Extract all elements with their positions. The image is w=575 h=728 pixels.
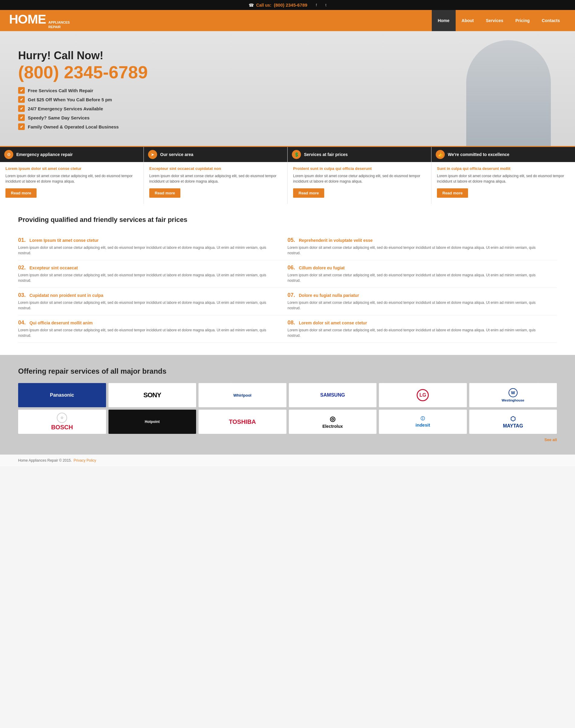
list-item: ✔ Free Services Call With Repair bbox=[18, 87, 148, 94]
brands-heading: Offering repair services of all major br… bbox=[18, 367, 557, 376]
read-more-button-3[interactable]: Read more bbox=[437, 188, 468, 198]
feature-body-0: Lorem ipsum dolor sit amet conse ctetur … bbox=[5, 173, 138, 184]
see-all-link[interactable]: See all bbox=[544, 438, 557, 442]
feature-subtitle-0: Lorem ipsum dolor sit amet conse ctetur bbox=[5, 166, 138, 171]
feature-strip: ⚙ Emergency appliance repair Lorem ipsum… bbox=[0, 146, 575, 204]
service-num-5: 05. bbox=[288, 237, 295, 243]
service-item-3: 03. Cupidatat non proident sunt in culpa… bbox=[18, 288, 288, 315]
list-item: ✔ Family Owned & Operated Local Business bbox=[18, 123, 148, 130]
brand-whirlpool: Whirlpool bbox=[199, 383, 286, 407]
service-item-8: 08. Lorem dolor sit amet conse ctetur Lo… bbox=[288, 315, 557, 343]
checklist-item-1: Free Services Call With Repair bbox=[28, 88, 93, 93]
top-phone-number: (800) 2345-6789 bbox=[274, 2, 307, 7]
see-all-area: See all bbox=[18, 437, 557, 442]
service-title-3: Cupidatat non proident sunt in culpa bbox=[29, 293, 103, 298]
feature-header-3: 👍 We're committed to excellence bbox=[432, 147, 575, 162]
brand-bosch: ⚙ BOSCH bbox=[18, 410, 106, 434]
checklist-item-3: 24/7 Emergency Services Available bbox=[28, 106, 103, 111]
checklist-item-4: Speedy? Same Day Services bbox=[28, 115, 90, 120]
brand-name-whirlpool: Whirlpool bbox=[233, 393, 251, 398]
brands-section: Offering repair services of all major br… bbox=[0, 355, 575, 454]
feature-icon-3: 👍 bbox=[436, 150, 445, 159]
service-desc-4: Lorem ipsum dolor sit amet conse ctetur … bbox=[18, 327, 276, 338]
nav-about[interactable]: About bbox=[455, 10, 480, 31]
main-nav: Home About Services Pricing Contacts bbox=[432, 10, 566, 31]
hero-section: Hurry! Call Now! (800) 2345-6789 ✔ Free … bbox=[0, 31, 575, 146]
feature-body-1: Lorem ipsum dolor sit amet conse ctetur … bbox=[149, 173, 282, 184]
check-icon: ✔ bbox=[18, 96, 25, 103]
brand-electrolux: ◎ Electrolux bbox=[289, 410, 377, 434]
read-more-button-0[interactable]: Read more bbox=[5, 188, 37, 198]
footer-text: Home Appliances Repair © 2015. bbox=[18, 458, 72, 463]
feature-card-pricing: 💲 Services at fair prices Proident sunt … bbox=[288, 147, 432, 204]
site-footer: Home Appliances Repair © 2015. Privacy P… bbox=[0, 454, 575, 466]
logo-subtitle: APPLIANCES REPAIR bbox=[48, 20, 70, 29]
service-title-2: Excepteur sint occaecat bbox=[29, 265, 78, 270]
privacy-policy-link[interactable]: Privacy Policy bbox=[74, 458, 96, 463]
brand-sony: SONY bbox=[108, 383, 196, 407]
brand-name-toshiba: TOSHIBA bbox=[229, 418, 256, 425]
service-desc-8: Lorem ipsum dolor sit amet conse ctetur … bbox=[288, 327, 545, 338]
service-num-7: 07. bbox=[288, 292, 295, 298]
service-num-1: 01. bbox=[18, 237, 26, 243]
service-item-6: 06. Cillum dolore eu fugiat Lorem ipsum … bbox=[288, 260, 557, 288]
read-more-button-2[interactable]: Read more bbox=[293, 188, 324, 198]
nav-services[interactable]: Services bbox=[480, 10, 509, 31]
brand-name-panasonic: Panasonic bbox=[50, 392, 74, 398]
services-section: Providing qualified and friendly service… bbox=[0, 204, 575, 355]
nav-home[interactable]: Home bbox=[432, 10, 455, 31]
feature-icon-2: 💲 bbox=[292, 150, 301, 159]
nav-contacts[interactable]: Contacts bbox=[536, 10, 566, 31]
brands-row-2: ⚙ BOSCH Hotpoint TOSHIBA ◎ Electrolux ⓘ … bbox=[18, 410, 557, 434]
brand-toshiba: TOSHIBA bbox=[199, 410, 286, 434]
read-more-button-1[interactable]: Read more bbox=[149, 188, 180, 198]
check-icon: ✔ bbox=[18, 105, 25, 112]
brand-name-maytag: MAYTAG bbox=[503, 423, 523, 429]
service-desc-5: Lorem ipsum dolor sit amet conse ctetur … bbox=[288, 245, 545, 256]
feature-header-0: ⚙ Emergency appliance repair bbox=[0, 147, 143, 162]
service-num-8: 08. bbox=[288, 320, 295, 326]
brand-name-westinghouse: Westinghouse bbox=[502, 399, 524, 402]
call-label: Call us: bbox=[256, 3, 272, 7]
social-fb[interactable]: f bbox=[316, 3, 317, 7]
brand-indesit: ⓘ indesit bbox=[379, 410, 467, 434]
brand-maytag: ⬡ MAYTAG bbox=[469, 410, 557, 434]
brand-name-bosch: BOSCH bbox=[51, 424, 73, 431]
feature-title-3: We're committed to excellence bbox=[448, 152, 509, 157]
service-title-6: Cillum dolore eu fugiat bbox=[299, 265, 345, 270]
service-desc-6: Lorem ipsum dolor sit amet conse ctetur … bbox=[288, 273, 545, 283]
feature-title-2: Services at fair prices bbox=[304, 152, 348, 157]
services-grid: 01. Lorem Ipsum tit amet conse ctetur Lo… bbox=[18, 233, 557, 343]
technician-image bbox=[466, 40, 551, 146]
feature-subtitle-3: Sunt in culpa qui officia deserunt molli… bbox=[437, 166, 570, 171]
brand-name-electrolux: Electrolux bbox=[323, 424, 343, 429]
brand-panasonic: Panasonic bbox=[18, 383, 106, 407]
feature-title-0: Emergency appliance repair bbox=[16, 152, 73, 157]
hero-checklist: ✔ Free Services Call With Repair ✔ Get $… bbox=[18, 87, 148, 130]
list-item: ✔ Get $25 Off When You Call Before 5 pm bbox=[18, 96, 148, 103]
site-header: HOME APPLIANCES REPAIR Home About Servic… bbox=[0, 10, 575, 31]
service-desc-7: Lorem ipsum dolor sit amet conse ctetur … bbox=[288, 300, 545, 311]
feature-body-3: Lorem ipsum dolor sit amet conse ctetur … bbox=[437, 173, 570, 184]
feature-icon-0: ⚙ bbox=[4, 150, 13, 159]
service-title-4: Qui officia deserunt mollit anim bbox=[29, 320, 93, 325]
brand-name-sony: SONY bbox=[143, 391, 161, 399]
hero-phone: (800) 2345-6789 bbox=[18, 63, 148, 81]
logo: HOME APPLIANCES REPAIR bbox=[9, 12, 70, 29]
brands-row-1: Panasonic SONY Whirlpool SAMSUNG LG W We… bbox=[18, 383, 557, 407]
nav-pricing[interactable]: Pricing bbox=[509, 10, 536, 31]
service-desc-2: Lorem ipsum dolor sit amet conse ctetur … bbox=[18, 273, 276, 283]
social-tw[interactable]: t bbox=[326, 3, 327, 7]
feature-card-emergency: ⚙ Emergency appliance repair Lorem ipsum… bbox=[0, 147, 144, 204]
check-icon: ✔ bbox=[18, 87, 25, 94]
checklist-item-2: Get $25 Off When You Call Before 5 pm bbox=[28, 97, 112, 102]
brand-name-samsung: SAMSUNG bbox=[320, 392, 345, 398]
feature-subtitle-2: Proident sunt in culpa qui officia deser… bbox=[293, 166, 426, 171]
service-num-2: 02. bbox=[18, 264, 26, 271]
check-icon: ✔ bbox=[18, 114, 25, 121]
brand-lg: LG bbox=[379, 383, 467, 407]
feature-header-1: ➤ Our service area bbox=[144, 147, 288, 162]
list-item: ✔ Speedy? Same Day Services bbox=[18, 114, 148, 121]
service-item-7: 07. Dolore eu fugiat nulla pariatur Lore… bbox=[288, 288, 557, 315]
feature-title-1: Our service area bbox=[160, 152, 193, 157]
